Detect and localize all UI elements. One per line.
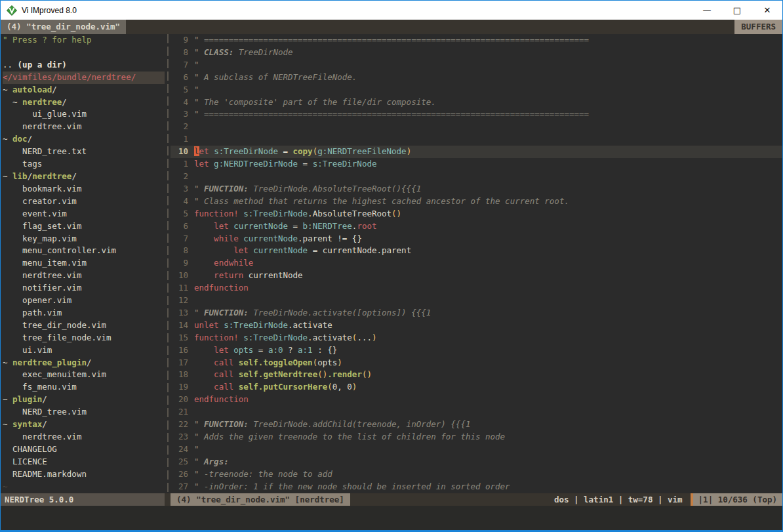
tree-item-dir[interactable]: ~ doc/ (3, 133, 165, 146)
minimize-button[interactable]: — (692, 1, 722, 20)
code-line-current[interactable]: 10let s:TreeDirNode = copy(g:NERDTreeFil… (171, 146, 782, 158)
line-number: 16 (171, 344, 188, 357)
tree-item-file[interactable]: key_map.vim (3, 233, 165, 245)
tree-item-file[interactable]: nerdtree.vim (3, 270, 165, 282)
close-button[interactable]: ✕ (752, 1, 782, 20)
token-cb: FUNCTION: (204, 184, 249, 194)
tree-item-file[interactable]: tags (3, 158, 165, 171)
code-line[interactable]: 27" -inOrder: 1 if the new node should b… (171, 481, 782, 493)
code-line[interactable]: 9" =====================================… (171, 34, 782, 47)
code-line[interactable]: 22" FUNCTION: TreeDirNode.addChild(treen… (171, 419, 782, 431)
code-line[interactable]: 8 let currentNode = currentNode.parent (171, 245, 782, 257)
code-line[interactable]: 1 (171, 133, 782, 146)
tree-item-up[interactable]: .. (up a dir) (3, 59, 165, 72)
line-number: 8 (171, 47, 188, 59)
tree-item-file[interactable]: README.markdown (3, 468, 165, 481)
command-line[interactable] (1, 506, 782, 530)
code-line[interactable]: 6 let currentNode = b:NERDTree.root (171, 220, 782, 233)
tree-item-root[interactable]: </vimfiles/bundle/nerdtree/ (3, 72, 165, 84)
token-w: / (87, 358, 92, 367)
code-line[interactable]: 24" (171, 443, 782, 456)
tree-item-file[interactable]: exec_menuitem.vim (3, 369, 165, 381)
code-line[interactable]: 5" (171, 84, 782, 96)
tree-item-file[interactable]: tree_file_node.vim (3, 332, 165, 344)
code-line[interactable]: 15function! s:TreeDirNode.activate(...) (171, 332, 782, 344)
token-w: / (62, 97, 67, 107)
vim-icon[interactable] (7, 5, 17, 16)
tree-item-dir[interactable]: ~ plugin/ (3, 394, 165, 406)
line-number: 4 (171, 96, 188, 109)
code-line[interactable]: 4" Class method that returns the highest… (171, 195, 782, 208)
code-line[interactable]: 5function! s:TreeDirNode.AbsoluteTreeRoo… (171, 208, 782, 220)
code-line[interactable]: 10 return currentNode (171, 270, 782, 282)
tree-item-dir[interactable]: ~ lib/nerdtree/ (3, 171, 165, 183)
code-line[interactable]: 26" -treenode: the node to add (171, 468, 782, 481)
tree-item-dir[interactable]: ~ nerdtree/ (3, 96, 165, 109)
window-split-separator[interactable] (165, 34, 171, 493)
code-line[interactable]: 7" (171, 59, 782, 72)
code-line[interactable]: 2 (171, 171, 782, 183)
tree-item-dir[interactable]: ~ autoload/ (3, 84, 165, 96)
tree-item-file[interactable]: CHANGELOG (3, 443, 165, 456)
code-line[interactable]: 8" CLASS: TreeDirNode (171, 47, 782, 59)
code-line[interactable]: 13" FUNCTION: TreeDirNode.activate([opti… (171, 307, 782, 319)
token-w (194, 345, 214, 355)
code-line[interactable]: 14unlet s:TreeDirNode.activate (171, 319, 782, 332)
code-line[interactable]: 1let g:NERDTreeDirNode = s:TreeDirNode (171, 158, 782, 171)
statusbar: NERDTree 5.0.0 (4) "tree_dir_node.vim" [… (1, 493, 782, 506)
tree-item-file[interactable]: nerdtree.vim (3, 121, 165, 133)
tree-item-dir[interactable]: ~ nerdtree_plugin/ (3, 357, 165, 369)
tree-item-file[interactable]: creator.vim (3, 195, 165, 208)
token-w: / (28, 134, 33, 144)
code-line[interactable]: 23" Adds the given treenode to the list … (171, 431, 782, 443)
token-k: call (214, 369, 233, 379)
code-line[interactable]: 18 call self.getNerdtree().render() (171, 369, 782, 381)
line-number: 1 (171, 158, 188, 171)
tab-tree-dir-node[interactable]: (4) "tree_dir_node.vim" (1, 20, 126, 34)
token-y: () (317, 369, 327, 379)
code-line[interactable]: 3" =====================================… (171, 108, 782, 121)
tree-item-file[interactable]: fs_menu.vim (3, 381, 165, 394)
tree-item-file[interactable]: LICENCE (3, 456, 165, 468)
tree-item-file[interactable]: bookmark.vim (3, 183, 165, 195)
code-line[interactable]: 11endfunction (171, 282, 782, 295)
code-line[interactable]: 2 (171, 121, 782, 133)
tree-item-file[interactable]: tree_dir_node.vim (3, 319, 165, 332)
tree-item-file[interactable]: notifier.vim (3, 282, 165, 295)
code-line[interactable]: 9 endwhile (171, 257, 782, 270)
code-text: let s:TreeDirNode = copy(g:NERDTreeFileN… (194, 146, 411, 156)
token-k: while (214, 234, 239, 243)
tree-item-file[interactable]: menu_controller.vim (3, 245, 165, 257)
code-line[interactable]: 25" Args: (171, 456, 782, 468)
tree-item-file[interactable]: event.vim (3, 208, 165, 220)
code-line[interactable]: 6" A subclass of NERDTreeFileNode. (171, 72, 782, 84)
token-c: " (194, 47, 204, 57)
token-cur: l (194, 146, 199, 156)
tree-item-file[interactable]: nerdtree.vim (3, 431, 165, 443)
token-file: LICENCE (3, 457, 47, 466)
tree-item-file[interactable]: NERD_tree.vim (3, 406, 165, 419)
code-line[interactable]: 17 call self.toggleOpen(opts) (171, 357, 782, 369)
code-line[interactable]: 7 while currentNode.parent != {} (171, 233, 782, 245)
tree-item-file[interactable]: ui_glue.vim (3, 108, 165, 121)
code-line[interactable]: 16 let opts = a:0 ? a:1 : {} (171, 344, 782, 357)
tree-item-file[interactable]: ui.vim (3, 344, 165, 357)
tree-item-file[interactable]: menu_item.vim (3, 257, 165, 270)
tree-item-file[interactable]: opener.vim (3, 295, 165, 307)
tree-item-file[interactable]: flag_set.vim (3, 220, 165, 233)
code-line[interactable]: 20endfunction (171, 394, 782, 406)
code-line[interactable]: 19 call self.putCursorHere(0, 0) (171, 381, 782, 394)
token-c: " Adds the given treenode to the list of… (194, 432, 505, 441)
token-g: self.putCursorHere (239, 382, 327, 392)
code-line[interactable]: 12 (171, 295, 782, 307)
maximize-button[interactable]: □ (722, 1, 752, 20)
tree-item-file[interactable]: path.vim (3, 307, 165, 319)
tree-item-file[interactable]: NERD_tree.txt (3, 146, 165, 158)
token-file: nerdtree.vim (3, 121, 81, 131)
token-file: README.markdown (3, 469, 87, 479)
code-line[interactable]: 3" FUNCTION: TreeDirNode.AbsoluteTreeRoo… (171, 183, 782, 195)
code-line[interactable]: 4" The 'composite' part of the file/dir … (171, 96, 782, 109)
code-line[interactable]: 21 (171, 406, 782, 419)
tree-item-dir[interactable]: ~ syntax/ (3, 419, 165, 431)
token-dir: plugin (12, 394, 42, 404)
